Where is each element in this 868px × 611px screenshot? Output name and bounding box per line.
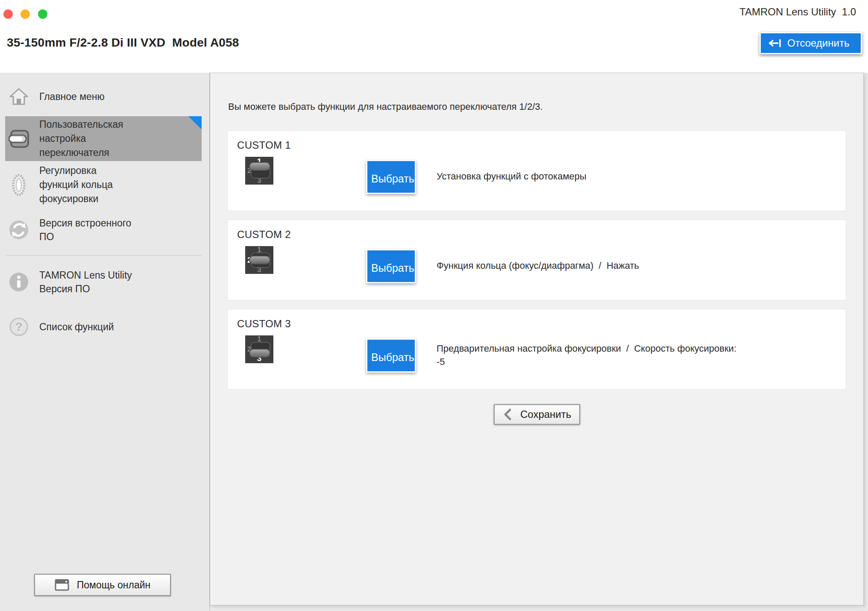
custom3-description: Предварительная настройка фокусировки / …	[437, 320, 736, 389]
intro-text: Вы можете выбрать функции для настраивае…	[228, 101, 543, 112]
custom1-switch-graphic: 1 2 3	[245, 157, 273, 185]
switch-icon	[9, 129, 29, 149]
firmware-update-icon	[9, 220, 29, 240]
custom2-switch-graphic: 1 2 3	[245, 246, 273, 274]
sidebar-item-label: TAMRON Lens Utility Версия ПО	[39, 268, 132, 296]
sidebar-divider	[5, 255, 202, 256]
custom3-card: CUSTOM 3 1 2 3 Выбрать Предварительная н…	[227, 309, 846, 390]
home-icon	[9, 88, 29, 106]
online-help-button[interactable]: Помощь онлайн	[34, 574, 171, 596]
sidebar-item-custom-switch[interactable]: Пользовательская настройка переключателя	[5, 116, 202, 161]
custom2-select-button[interactable]: Выбрать	[366, 249, 416, 283]
svg-text:?: ?	[15, 320, 22, 333]
custom3-title: CUSTOM 3	[237, 318, 291, 330]
close-button[interactable]	[3, 9, 13, 19]
sidebar-item-label: Список функций	[39, 320, 114, 334]
sidebar-item-label: Главное меню	[39, 90, 105, 104]
info-icon	[9, 272, 29, 292]
switch-knob	[249, 162, 270, 171]
sidebar-item-main-menu[interactable]: Главное меню	[5, 85, 202, 108]
custom2-card: CUSTOM 2 1 2 3 Выбрать Функция кольца (ф…	[227, 220, 846, 300]
save-button[interactable]: Сохранить	[494, 404, 580, 425]
sidebar-item-firmware-version[interactable]: Версия встроенного ПО	[5, 216, 202, 244]
switch-knob	[249, 256, 270, 264]
question-icon: ?	[9, 317, 29, 337]
selected-corner-icon	[188, 116, 202, 129]
sidebar-item-label: Версия встроенного ПО	[39, 216, 131, 244]
sidebar: Главное меню Пользовательская настройка …	[0, 73, 210, 611]
custom2-description: Функция кольца (фокус/диафрагма) / Нажат…	[437, 231, 639, 300]
online-help-label: Помощь онлайн	[77, 579, 150, 591]
focus-ring-icon	[9, 174, 29, 196]
custom1-description: Установка функций с фотокамеры	[437, 142, 586, 211]
maximize-button[interactable]	[38, 9, 47, 19]
disconnect-button[interactable]: Отсоединить	[760, 32, 862, 54]
tamron-lens-utility-window: TAMRON Lens Utility 1.0 35-150mm F/2-2.8…	[0, 0, 868, 611]
disconnect-label: Отсоединить	[787, 37, 849, 49]
custom1-card: CUSTOM 1 1 2 3 Выбрать Установка функций…	[227, 130, 846, 211]
custom1-select-button[interactable]: Выбрать	[366, 160, 416, 194]
sidebar-item-label: Пользовательская настройка переключателя	[39, 118, 123, 160]
sidebar-item-function-list[interactable]: ? Список функций	[5, 316, 202, 338]
save-label: Сохранить	[520, 408, 571, 420]
browser-window-icon	[55, 579, 69, 591]
switch-knob	[249, 349, 270, 358]
sidebar-item-software-version[interactable]: TAMRON Lens Utility Версия ПО	[5, 268, 202, 296]
disconnect-icon	[767, 38, 781, 48]
custom2-title: CUSTOM 2	[237, 229, 291, 241]
custom3-switch-graphic: 1 2 3	[245, 335, 273, 363]
custom1-title: CUSTOM 1	[237, 139, 291, 151]
custom3-select-button[interactable]: Выбрать	[366, 338, 416, 373]
main-panel: Вы можете выбрать функции для настраивае…	[210, 73, 864, 605]
lens-model-title: 35-150mm F/2-2.8 Di III VXD Model A058	[7, 36, 239, 50]
minimize-button[interactable]	[21, 9, 30, 19]
sidebar-item-focus-ring[interactable]: Регулировка функций кольца фокусировки	[5, 164, 202, 205]
sidebar-item-label: Регулировка функций кольца фокусировки	[39, 164, 113, 206]
app-title: TAMRON Lens Utility 1.0	[739, 6, 856, 18]
chevron-left-icon	[503, 408, 512, 421]
